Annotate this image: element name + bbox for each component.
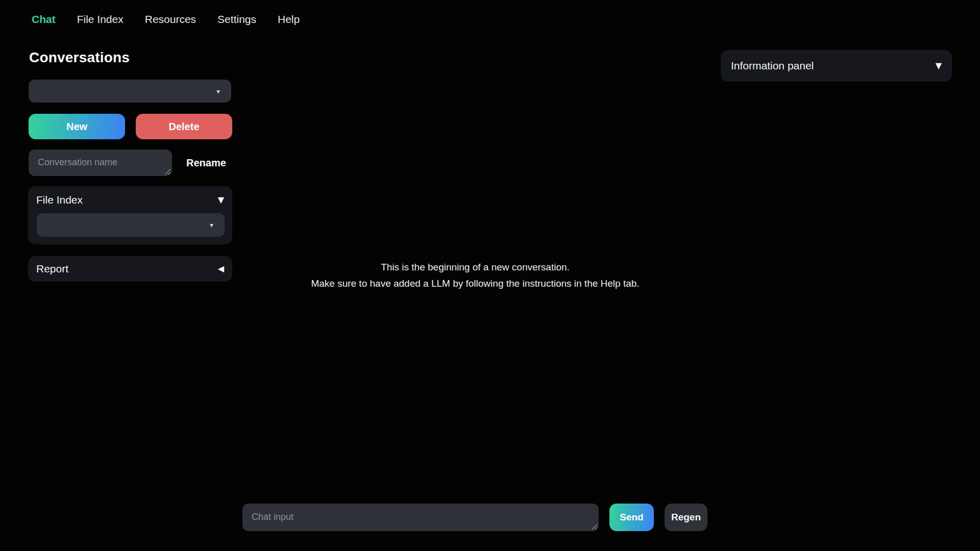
information-panel-accordion: Information panel ▼ xyxy=(721,50,952,82)
accordion-open-icon: ▼ xyxy=(936,62,942,70)
delete-conversation-button[interactable]: Delete xyxy=(136,114,232,139)
send-button[interactable]: Send xyxy=(609,504,654,531)
regen-button[interactable]: Regen xyxy=(665,504,707,531)
chat-input-row: Send Regen xyxy=(242,504,707,531)
report-accordion: Report ◀ xyxy=(28,256,232,282)
chat-input[interactable] xyxy=(242,504,599,531)
empty-chat-line-1: This is the beginning of a new conversat… xyxy=(381,259,570,276)
tab-resources[interactable]: Resources xyxy=(145,13,196,26)
file-index-select-dropdown[interactable]: ▾ xyxy=(37,213,225,237)
chatbot-area: This is the beginning of a new conversat… xyxy=(242,51,708,500)
chat-input-field[interactable] xyxy=(242,504,599,531)
report-accordion-label: Report xyxy=(36,263,68,275)
chevron-down-icon: ▾ xyxy=(210,221,213,229)
new-conversation-button[interactable]: New xyxy=(29,114,125,139)
tab-file-index[interactable]: File Index xyxy=(77,13,124,26)
file-index-accordion-label: File Index xyxy=(36,194,83,206)
conversation-name-field[interactable] xyxy=(29,149,172,176)
information-panel-header[interactable]: Information panel ▼ xyxy=(731,60,942,72)
report-accordion-header[interactable]: Report ◀ xyxy=(36,263,224,275)
tab-settings[interactable]: Settings xyxy=(217,13,256,26)
tab-chat[interactable]: Chat xyxy=(32,13,56,26)
page-title: Conversations xyxy=(29,49,232,66)
rename-row: Rename xyxy=(29,149,232,176)
chevron-down-icon: ▾ xyxy=(216,88,220,95)
tab-help[interactable]: Help xyxy=(278,13,300,26)
file-index-accordion-header[interactable]: File Index ▼ xyxy=(36,194,224,206)
accordion-open-icon: ▼ xyxy=(218,196,224,204)
accordion-collapsed-icon: ◀ xyxy=(218,265,224,273)
conversation-actions: New Delete xyxy=(29,114,232,139)
file-index-accordion: File Index ▼ ▾ xyxy=(28,186,232,244)
conversation-name-input[interactable] xyxy=(29,149,172,176)
information-panel-label: Information panel xyxy=(731,60,814,72)
conversation-select-dropdown[interactable]: ▾ xyxy=(29,80,231,103)
conversations-sidebar: Conversations ▾ New Delete Rename File I… xyxy=(28,49,232,282)
rename-button[interactable]: Rename xyxy=(186,157,226,169)
top-nav: Chat File Index Resources Settings Help xyxy=(32,13,300,26)
empty-chat-line-2: Make sure to have added a LLM by followi… xyxy=(311,276,639,292)
